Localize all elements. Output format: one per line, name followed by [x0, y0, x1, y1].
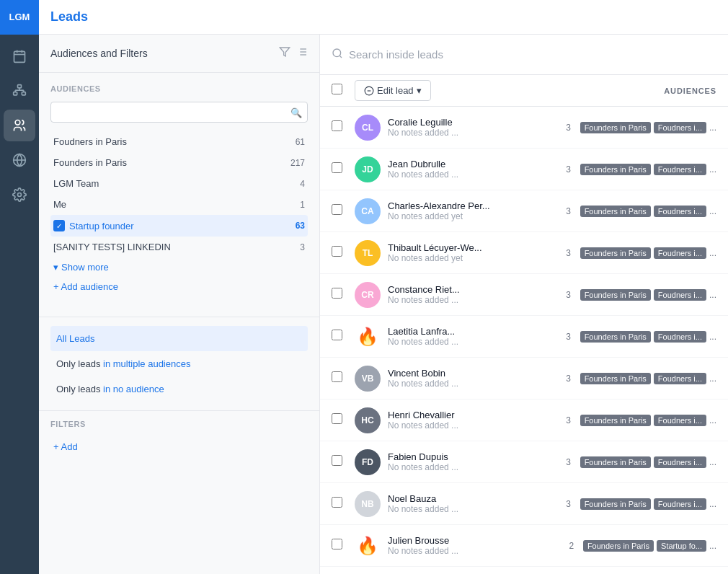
icon-sidebar: [0, 35, 39, 574]
lead-checkbox[interactable]: [332, 413, 342, 424]
tag: Foudners i...: [654, 415, 706, 426]
sidebar-item-network[interactable]: [4, 144, 35, 176]
lead-audience-count: 3: [560, 332, 577, 342]
more-tags[interactable]: ...: [709, 123, 716, 133]
lead-info: Thibault Lécuyer-We...No notes added yet: [388, 242, 560, 263]
more-tags[interactable]: ...: [709, 457, 716, 467]
lead-row[interactable]: CACharles-Alexandre Per...No notes added…: [320, 190, 728, 232]
lead-tags: Founders in ParisFoudners i......: [580, 373, 716, 384]
lead-row[interactable]: NBNoel BauzaNo notes added ...3Founders …: [320, 483, 728, 525]
lead-row[interactable]: FDFabien DupuisNo notes added ...3Founde…: [320, 441, 728, 483]
add-filter-button[interactable]: + Add: [50, 437, 308, 456]
lead-tags: Founders in ParisFoudners i......: [580, 498, 716, 510]
svg-point-22: [333, 49, 341, 57]
audience-name: Foudners in Paris: [53, 136, 127, 147]
more-tags[interactable]: ...: [709, 164, 716, 175]
lead-tags: Founders in ParisFoudners i......: [580, 122, 716, 133]
lead-tags: Founders in ParisFoudners i......: [580, 415, 716, 426]
lead-checkbox-wrap: [332, 455, 355, 469]
lead-checkbox-wrap: [332, 539, 355, 552]
lead-row[interactable]: RARaphaël ArbuzNo notes added ...3Founde…: [320, 567, 728, 574]
audience-row[interactable]: Foudners in Paris61: [50, 131, 308, 152]
lead-audience-count: 3: [560, 164, 577, 175]
more-tags[interactable]: ...: [709, 206, 716, 216]
lead-audience-count: 3: [560, 374, 577, 384]
lead-checkbox[interactable]: [332, 455, 342, 466]
lead-checkbox[interactable]: [332, 371, 342, 382]
lead-info: Jean DubrulleNo notes added ...: [388, 159, 560, 180]
lead-checkbox[interactable]: [332, 162, 342, 173]
lead-checkbox[interactable]: [332, 539, 342, 549]
audience-header-title: Audiences and Filters: [50, 48, 148, 59]
audience-row[interactable]: LGM Team4: [50, 173, 308, 194]
multiple-audiences-filter[interactable]: Only leads in multiple audiences: [50, 351, 308, 376]
lead-row[interactable]: TLThibault Lécuyer-We...No notes added y…: [320, 232, 728, 274]
more-tags[interactable]: ...: [709, 290, 716, 300]
svg-rect-5: [14, 92, 17, 95]
audience-row[interactable]: [SANITY TESTS] LINKEDIN3: [50, 237, 308, 257]
no-audience-filter[interactable]: Only leads in no audience: [50, 376, 308, 402]
lead-name: Julien Brousse: [388, 535, 563, 546]
select-all-checkbox[interactable]: [332, 84, 342, 94]
search-bar: [320, 35, 728, 75]
chevron-down-icon: ▾: [53, 262, 58, 273]
lead-checkbox[interactable]: [332, 120, 342, 131]
lead-row[interactable]: JDJean DubrulleNo notes added ...3Founde…: [320, 149, 728, 190]
lead-note: No notes added ...: [388, 462, 560, 472]
sidebar-item-org[interactable]: [4, 75, 35, 107]
lead-row[interactable]: CLCoralie LeguilleNo notes added ...3Fou…: [320, 107, 728, 149]
audience-row[interactable]: Me1: [50, 194, 308, 215]
divider: [39, 317, 319, 317]
tag: Foudners i...: [654, 164, 706, 175]
lead-checkbox[interactable]: [332, 204, 342, 215]
edit-lead-button[interactable]: Edit lead ▾: [355, 80, 431, 101]
lead-name: Charles-Alexandre Per...: [388, 200, 560, 211]
more-tags[interactable]: ...: [709, 248, 716, 258]
search-input[interactable]: [349, 48, 716, 61]
lead-name: Henri Chevallier: [388, 410, 560, 420]
sidebar-item-settings[interactable]: [4, 179, 35, 211]
lead-name: Fabien Dupuis: [388, 451, 560, 462]
audience-count: 217: [290, 158, 305, 168]
svg-line-23: [339, 56, 342, 58]
more-tags[interactable]: ...: [709, 374, 716, 384]
filter-icon[interactable]: [279, 46, 290, 61]
audience-name: [SANITY TESTS] LINKEDIN: [53, 242, 171, 252]
more-tags[interactable]: ...: [709, 541, 716, 551]
audience-name: Me: [53, 199, 66, 210]
lead-row[interactable]: VBVincent BobinNo notes added ...3Founde…: [320, 358, 728, 399]
audience-row[interactable]: ✓Startup founder63: [50, 215, 308, 237]
more-tags[interactable]: ...: [709, 415, 716, 425]
search-icon: [332, 48, 343, 62]
lead-row[interactable]: CRConstance Riet...No notes added ...3Fo…: [320, 274, 728, 316]
avatar: 🔥: [355, 324, 381, 350]
audience-row[interactable]: Founders in Paris217: [50, 152, 308, 173]
avatar: TL: [355, 240, 381, 266]
add-audience-button[interactable]: + Add audience: [50, 277, 308, 296]
sliders-icon[interactable]: [296, 46, 308, 61]
sidebar-item-leads[interactable]: [4, 110, 35, 141]
lead-checkbox-wrap: [332, 497, 355, 511]
all-leads-filter[interactable]: All Leads: [50, 326, 308, 351]
sidebar-item-calendar[interactable]: [4, 40, 35, 72]
tag: Founders in Paris: [580, 206, 651, 217]
lead-checkbox[interactable]: [332, 288, 342, 299]
lead-row[interactable]: 🔥Julien BrousseNo notes added ...2Founde…: [320, 525, 728, 567]
lead-row[interactable]: HCHenri ChevallierNo notes added ...3Fou…: [320, 399, 728, 441]
show-more-button[interactable]: ▾ Show more: [50, 257, 308, 277]
svg-point-11: [15, 120, 20, 125]
lead-note: No notes added ...: [388, 420, 560, 430]
audience-search-input[interactable]: [50, 102, 308, 123]
lead-note: No notes added ...: [388, 379, 560, 389]
tag: Founders in Paris: [580, 498, 651, 510]
lead-row[interactable]: 🔥Laetitia Lanfra...No notes added ...3Fo…: [320, 316, 728, 358]
lead-checkbox[interactable]: [332, 246, 342, 257]
lead-note: No notes added ...: [388, 128, 560, 138]
more-tags[interactable]: ...: [709, 499, 716, 509]
lead-checkbox[interactable]: [332, 497, 342, 508]
lead-checkbox-wrap: [332, 288, 355, 301]
more-tags[interactable]: ...: [709, 332, 716, 342]
edit-lead-cell: Edit lead ▾: [355, 80, 572, 101]
audience-count: 63: [296, 221, 305, 231]
lead-checkbox[interactable]: [332, 330, 342, 340]
